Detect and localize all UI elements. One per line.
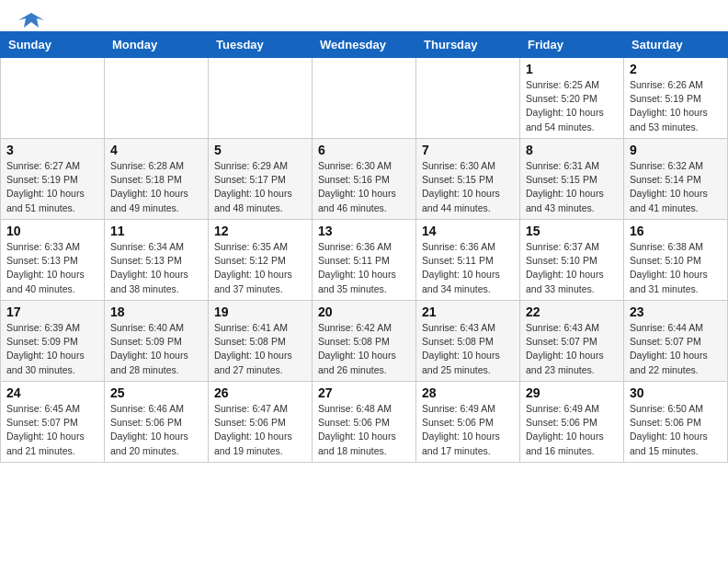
day-info: Sunrise: 6:35 AM Sunset: 5:12 PM Dayligh… — [214, 240, 306, 296]
day-number: 19 — [214, 304, 306, 319]
calendar-cell — [1, 58, 105, 139]
day-number: 13 — [318, 224, 410, 238]
day-number: 27 — [318, 385, 410, 400]
day-number: 5 — [214, 143, 306, 157]
day-info: Sunrise: 6:34 AM Sunset: 5:13 PM Dayligh… — [110, 240, 202, 296]
calendar-cell: 10Sunrise: 6:33 AM Sunset: 5:13 PM Dayli… — [1, 220, 105, 301]
day-info: Sunrise: 6:33 AM Sunset: 5:13 PM Dayligh… — [6, 240, 98, 296]
calendar-cell: 6Sunrise: 6:30 AM Sunset: 5:16 PM Daylig… — [313, 139, 416, 220]
day-number: 4 — [110, 143, 202, 157]
day-info: Sunrise: 6:26 AM Sunset: 5:19 PM Dayligh… — [630, 78, 722, 134]
calendar-cell: 16Sunrise: 6:38 AM Sunset: 5:10 PM Dayli… — [624, 220, 728, 301]
day-number: 16 — [630, 224, 722, 238]
day-number: 29 — [526, 385, 618, 400]
day-info: Sunrise: 6:29 AM Sunset: 5:17 PM Dayligh… — [214, 159, 306, 215]
day-number: 8 — [526, 143, 618, 157]
day-info: Sunrise: 6:38 AM Sunset: 5:10 PM Dayligh… — [630, 240, 722, 296]
day-info: Sunrise: 6:45 AM Sunset: 5:07 PM Dayligh… — [6, 402, 98, 458]
day-number: 22 — [526, 304, 618, 319]
logo-bird-icon — [18, 11, 44, 31]
calendar-table: SundayMondayTuesdayWednesdayThursdayFrid… — [0, 31, 728, 463]
day-info: Sunrise: 6:36 AM Sunset: 5:11 PM Dayligh… — [422, 240, 514, 296]
day-number: 20 — [318, 304, 410, 319]
day-number: 1 — [526, 62, 618, 76]
calendar-cell: 21Sunrise: 6:43 AM Sunset: 5:08 PM Dayli… — [416, 301, 520, 382]
day-number: 12 — [214, 224, 306, 238]
day-info: Sunrise: 6:49 AM Sunset: 5:06 PM Dayligh… — [526, 402, 618, 458]
calendar-cell: 23Sunrise: 6:44 AM Sunset: 5:07 PM Dayli… — [624, 301, 728, 382]
calendar-cell: 28Sunrise: 6:49 AM Sunset: 5:06 PM Dayli… — [416, 382, 520, 463]
weekday-header-sunday: Sunday — [1, 32, 105, 58]
calendar-cell: 8Sunrise: 6:31 AM Sunset: 5:15 PM Daylig… — [520, 139, 624, 220]
day-number: 2 — [630, 62, 722, 76]
day-info: Sunrise: 6:50 AM Sunset: 5:06 PM Dayligh… — [630, 402, 722, 458]
day-number: 21 — [422, 304, 514, 319]
weekday-header-monday: Monday — [105, 32, 209, 58]
day-info: Sunrise: 6:46 AM Sunset: 5:06 PM Dayligh… — [110, 402, 202, 458]
day-info: Sunrise: 6:42 AM Sunset: 5:08 PM Dayligh… — [318, 321, 410, 377]
calendar-cell: 27Sunrise: 6:48 AM Sunset: 5:06 PM Dayli… — [313, 382, 416, 463]
svg-marker-0 — [18, 13, 44, 28]
day-info: Sunrise: 6:39 AM Sunset: 5:09 PM Dayligh… — [6, 321, 98, 377]
day-info: Sunrise: 6:27 AM Sunset: 5:19 PM Dayligh… — [6, 159, 98, 215]
calendar-cell — [209, 58, 313, 139]
day-number: 15 — [526, 224, 618, 238]
calendar-cell: 7Sunrise: 6:30 AM Sunset: 5:15 PM Daylig… — [416, 139, 520, 220]
weekday-header-saturday: Saturday — [624, 32, 728, 58]
calendar-cell: 1Sunrise: 6:25 AM Sunset: 5:20 PM Daylig… — [520, 58, 624, 139]
day-info: Sunrise: 6:48 AM Sunset: 5:06 PM Dayligh… — [318, 402, 410, 458]
day-info: Sunrise: 6:43 AM Sunset: 5:07 PM Dayligh… — [526, 321, 618, 377]
day-number: 6 — [318, 143, 410, 157]
day-info: Sunrise: 6:32 AM Sunset: 5:14 PM Dayligh… — [630, 159, 722, 215]
day-info: Sunrise: 6:28 AM Sunset: 5:18 PM Dayligh… — [110, 159, 202, 215]
day-number: 9 — [630, 143, 722, 157]
calendar-cell: 5Sunrise: 6:29 AM Sunset: 5:17 PM Daylig… — [209, 139, 313, 220]
calendar-cell: 15Sunrise: 6:37 AM Sunset: 5:10 PM Dayli… — [520, 220, 624, 301]
calendar-cell: 30Sunrise: 6:50 AM Sunset: 5:06 PM Dayli… — [624, 382, 728, 463]
weekday-header-thursday: Thursday — [416, 32, 520, 58]
day-info: Sunrise: 6:47 AM Sunset: 5:06 PM Dayligh… — [214, 402, 306, 458]
calendar-cell: 13Sunrise: 6:36 AM Sunset: 5:11 PM Dayli… — [313, 220, 416, 301]
calendar-cell: 19Sunrise: 6:41 AM Sunset: 5:08 PM Dayli… — [209, 301, 313, 382]
day-number: 17 — [6, 304, 98, 319]
day-number: 18 — [110, 304, 202, 319]
weekday-header-wednesday: Wednesday — [313, 32, 416, 58]
weekday-header-friday: Friday — [520, 32, 624, 58]
day-info: Sunrise: 6:30 AM Sunset: 5:15 PM Dayligh… — [422, 159, 514, 215]
day-info: Sunrise: 6:37 AM Sunset: 5:10 PM Dayligh… — [526, 240, 618, 296]
calendar-cell: 18Sunrise: 6:40 AM Sunset: 5:09 PM Dayli… — [105, 301, 209, 382]
logo — [15, 11, 44, 26]
day-info: Sunrise: 6:49 AM Sunset: 5:06 PM Dayligh… — [422, 402, 514, 458]
calendar-cell: 26Sunrise: 6:47 AM Sunset: 5:06 PM Dayli… — [209, 382, 313, 463]
calendar-cell: 20Sunrise: 6:42 AM Sunset: 5:08 PM Dayli… — [313, 301, 416, 382]
day-number: 3 — [6, 143, 98, 157]
day-info: Sunrise: 6:44 AM Sunset: 5:07 PM Dayligh… — [630, 321, 722, 377]
calendar-cell: 12Sunrise: 6:35 AM Sunset: 5:12 PM Dayli… — [209, 220, 313, 301]
calendar-cell — [416, 58, 520, 139]
day-info: Sunrise: 6:36 AM Sunset: 5:11 PM Dayligh… — [318, 240, 410, 296]
day-number: 7 — [422, 143, 514, 157]
calendar-cell: 25Sunrise: 6:46 AM Sunset: 5:06 PM Dayli… — [105, 382, 209, 463]
day-number: 25 — [110, 385, 202, 400]
calendar-cell: 3Sunrise: 6:27 AM Sunset: 5:19 PM Daylig… — [1, 139, 105, 220]
calendar-cell: 17Sunrise: 6:39 AM Sunset: 5:09 PM Dayli… — [1, 301, 105, 382]
day-info: Sunrise: 6:40 AM Sunset: 5:09 PM Dayligh… — [110, 321, 202, 377]
day-number: 24 — [6, 385, 98, 400]
calendar-cell: 14Sunrise: 6:36 AM Sunset: 5:11 PM Dayli… — [416, 220, 520, 301]
day-info: Sunrise: 6:25 AM Sunset: 5:20 PM Dayligh… — [526, 78, 618, 134]
day-number: 28 — [422, 385, 514, 400]
calendar-cell: 4Sunrise: 6:28 AM Sunset: 5:18 PM Daylig… — [105, 139, 209, 220]
calendar-cell: 22Sunrise: 6:43 AM Sunset: 5:07 PM Dayli… — [520, 301, 624, 382]
day-info: Sunrise: 6:31 AM Sunset: 5:15 PM Dayligh… — [526, 159, 618, 215]
calendar-cell: 2Sunrise: 6:26 AM Sunset: 5:19 PM Daylig… — [624, 58, 728, 139]
calendar-cell: 11Sunrise: 6:34 AM Sunset: 5:13 PM Dayli… — [105, 220, 209, 301]
calendar-cell: 24Sunrise: 6:45 AM Sunset: 5:07 PM Dayli… — [1, 382, 105, 463]
weekday-header-tuesday: Tuesday — [209, 32, 313, 58]
day-number: 14 — [422, 224, 514, 238]
day-number: 30 — [630, 385, 722, 400]
calendar-cell: 9Sunrise: 6:32 AM Sunset: 5:14 PM Daylig… — [624, 139, 728, 220]
day-number: 23 — [630, 304, 722, 319]
day-number: 11 — [110, 224, 202, 238]
calendar-cell — [313, 58, 416, 139]
day-number: 26 — [214, 385, 306, 400]
